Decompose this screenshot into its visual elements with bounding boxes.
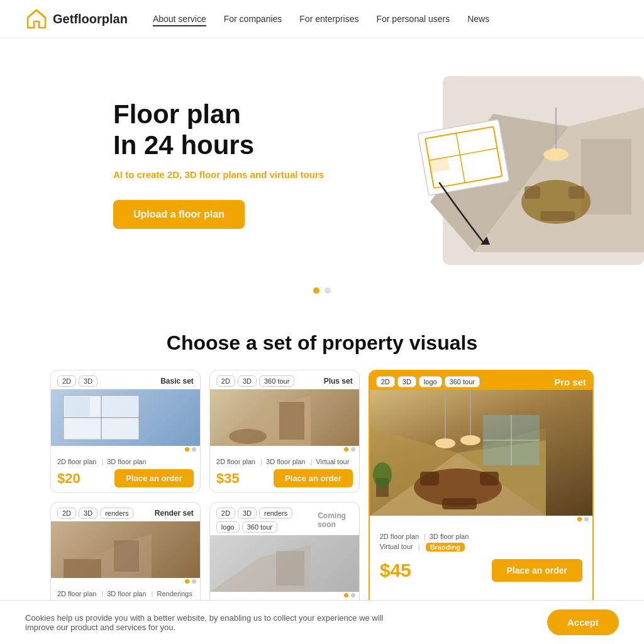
img-dot-active (185, 447, 189, 452)
feature-2d-floor: 2D floor plan (57, 458, 96, 465)
nav-about[interactable]: About service (153, 14, 206, 26)
svg-rect-22 (114, 540, 139, 572)
nav-personal[interactable]: For personal users (376, 14, 450, 24)
coming-card-image (210, 535, 359, 592)
basic-img-dots (51, 446, 200, 453)
svg-rect-5 (525, 186, 540, 199)
render-dot-active (185, 579, 189, 584)
svg-rect-36 (420, 472, 439, 486)
coming-dot-inactive (351, 593, 355, 597)
floorplan-illustration (380, 76, 644, 265)
plus-card-footer: 2D floor plan 3D floor plan Virtual tour… (210, 453, 359, 492)
feature-3d-pro: 3D floor plan (424, 533, 469, 540)
pro-dot-inactive (584, 517, 589, 521)
nav-companies[interactable]: For companies (224, 14, 282, 24)
plus-card-header: 2D 3D 360 tour Plus set (210, 370, 359, 389)
svg-rect-37 (480, 472, 499, 486)
accept-cookies-button[interactable]: Accept (547, 609, 619, 635)
hero-subtitle: AI to create 2D, 3D floor plans and virt… (113, 168, 324, 182)
badge-360-p: 360 tour (259, 375, 294, 387)
pro-features-1: 2D floor plan 3D floor plan (380, 533, 582, 540)
coming-img-dots (210, 592, 359, 599)
svg-point-42 (460, 435, 480, 445)
hero-title: Floor plan In 24 hours (113, 99, 324, 160)
render-card-img-fill (51, 521, 200, 578)
pro-order-button[interactable]: Place an order (492, 559, 583, 582)
badge-3d-pro: 3D (397, 376, 416, 387)
badge-3d: 3D (79, 375, 97, 387)
cookie-text: Cookies help us provide you with a bette… (25, 613, 402, 632)
hero-dots (0, 287, 644, 306)
plus-price-row: $35 Place an order (216, 469, 353, 487)
plus-dot-active (344, 447, 348, 452)
plus-order-button[interactable]: Place an order (274, 469, 353, 487)
svg-rect-19 (65, 397, 90, 416)
branding-badge: Branding (426, 543, 465, 552)
plus-room-thumb (210, 389, 311, 446)
upload-floor-plan-button[interactable]: Upload a floor plan (113, 200, 245, 229)
plus-set-label: Plus set (324, 377, 353, 386)
coming-room-thumb (210, 535, 311, 592)
feature-2d-pl: 2D floor plan (216, 458, 255, 465)
feature-2d-pro: 2D floor plan (380, 533, 419, 540)
svg-point-9 (543, 148, 569, 161)
coming-badges: 2D 3D renders logo 360 tour (216, 508, 318, 533)
svg-rect-28 (276, 551, 304, 586)
nav-enterprises[interactable]: For enterprises (299, 14, 358, 24)
render-img-dots (51, 578, 200, 585)
svg-rect-23 (64, 559, 101, 578)
logo-text: Getfloorplan (53, 12, 128, 26)
svg-point-40 (435, 438, 455, 448)
plus-card-image (210, 389, 359, 446)
badge-360-pro: 360 tour (445, 376, 480, 387)
coming-dot-active (344, 593, 348, 597)
pro-img-dots (370, 516, 592, 523)
plus-set-card: 2D 3D 360 tour Plus set (209, 370, 360, 493)
basic-order-button[interactable]: Place an order (114, 469, 194, 487)
svg-point-44 (373, 462, 392, 487)
pro-card-header: 2D 3D logo 360 tour Pro set (370, 371, 592, 390)
dot-1[interactable] (313, 287, 319, 294)
badge-2d-p: 2D (216, 375, 235, 387)
hero-image (380, 76, 644, 267)
nav-links: About service For companies For enterpri… (153, 14, 489, 24)
feature-3d-r: 3D floor plan (101, 590, 146, 597)
basic-price-row: $20 Place an order (57, 469, 194, 487)
pro-dining-room (370, 390, 546, 516)
pro-card-image (370, 390, 592, 516)
render-dot-inactive (192, 579, 196, 584)
navbar: Getfloorplan About service For companies… (0, 0, 644, 38)
logo-link[interactable]: Getfloorplan (25, 8, 128, 30)
section-title: Choose a set of property visuals (0, 331, 644, 355)
basic-card-image (51, 389, 200, 446)
basic-card-img-fill (51, 389, 200, 446)
nav-news[interactable]: News (467, 14, 489, 24)
cookie-bar: Cookies help us provide you with a bette… (0, 600, 644, 644)
basic-card-footer: 2D floor plan 3D floor plan $20 Place an… (51, 453, 200, 492)
plus-img-dots (210, 446, 359, 453)
img-dot-inactive (192, 447, 196, 452)
feature-3d-pl: 3D floor plan (260, 458, 305, 465)
svg-rect-38 (442, 498, 477, 509)
feature-3d-floor: 3D floor plan (101, 458, 146, 465)
basic-floorplan-thumb (51, 389, 152, 446)
svg-rect-20 (103, 397, 138, 416)
plus-card-img-fill (210, 389, 359, 446)
coming-card-header: 2D 3D renders logo 360 tour Coming soon (210, 502, 359, 535)
svg-rect-10 (418, 119, 509, 196)
badge-360-c: 360 tour (242, 521, 277, 533)
coming-card-img-fill (210, 535, 359, 592)
pro-price-row: $45 Place an order (380, 559, 582, 582)
hero-text: Floor plan In 24 hours AI to create 2D, … (113, 99, 324, 228)
pro-card-img-fill (370, 390, 592, 516)
basic-features: 2D floor plan 3D floor plan (57, 458, 194, 465)
badge-renders: renders (100, 508, 133, 519)
feature-renderings: Renderings (152, 590, 192, 597)
dot-2[interactable] (325, 287, 331, 294)
render-badges: 2D 3D renders (57, 508, 133, 519)
badge-2d: 2D (57, 375, 76, 387)
basic-set-card: 2D 3D Basic set (50, 370, 201, 493)
render-set-label: Render set (155, 509, 194, 518)
pro-badges: 2D 3D logo 360 tour (376, 376, 480, 387)
feature-branding-pro: Branding (418, 543, 465, 552)
